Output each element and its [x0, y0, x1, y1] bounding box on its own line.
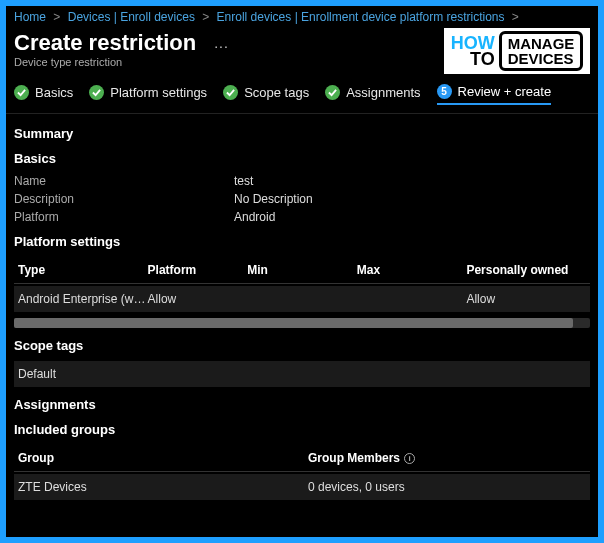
- section-platform-settings: Platform settings: [14, 234, 590, 249]
- logo-how-to: HOW TO: [451, 35, 495, 67]
- basics-description-row: Description No Description: [14, 192, 590, 206]
- breadcrumb-link-restrictions[interactable]: Enroll devices | Enrollment device platf…: [217, 10, 505, 24]
- cell-platform: Allow: [148, 292, 248, 306]
- col-members-label: Group Members: [308, 451, 400, 465]
- tab-assignments[interactable]: Assignments: [325, 85, 420, 104]
- col-group: Group: [18, 451, 308, 465]
- breadcrumb: Home > Devices | Enroll devices > Enroll…: [6, 6, 598, 26]
- section-assignments: Assignments: [14, 397, 590, 412]
- cell-group: ZTE Devices: [18, 480, 308, 494]
- tab-label: Review + create: [458, 84, 552, 99]
- basics-platform-label: Platform: [14, 210, 234, 224]
- platform-table-header: Type Platform Min Max Personally owned: [14, 257, 590, 284]
- check-icon: [89, 85, 104, 100]
- basics-description-label: Description: [14, 192, 234, 206]
- breadcrumb-sep: >: [49, 10, 64, 24]
- col-group-members: Group Members i: [308, 451, 586, 465]
- tab-label: Assignments: [346, 85, 420, 100]
- groups-table-row: ZTE Devices 0 devices, 0 users: [14, 474, 590, 500]
- breadcrumb-link-home[interactable]: Home: [14, 10, 46, 24]
- check-icon: [14, 85, 29, 100]
- check-icon: [325, 85, 340, 100]
- section-scope-tags: Scope tags: [14, 338, 590, 353]
- info-icon[interactable]: i: [404, 453, 415, 464]
- breadcrumb-link-devices[interactable]: Devices | Enroll devices: [68, 10, 195, 24]
- scope-tag-row: Default: [14, 361, 590, 387]
- cell-max: [357, 292, 467, 306]
- groups-table-header: Group Group Members i: [14, 445, 590, 472]
- platform-table-row: Android Enterprise (w… Allow Allow: [14, 286, 590, 312]
- review-content: Summary Basics Name test Description No …: [6, 114, 598, 500]
- cell-group-members: 0 devices, 0 users: [308, 480, 586, 494]
- section-included-groups: Included groups: [14, 422, 590, 437]
- tab-basics[interactable]: Basics: [14, 85, 73, 104]
- basics-description-value: No Description: [234, 192, 313, 206]
- tab-review-create[interactable]: 5 Review + create: [437, 84, 552, 105]
- col-min: Min: [247, 263, 357, 277]
- step-number-icon: 5: [437, 84, 452, 99]
- check-icon: [223, 85, 238, 100]
- wizard-tabs: Basics Platform settings Scope tags Assi…: [6, 78, 598, 114]
- page-title: Create restriction: [14, 30, 196, 56]
- scrollbar-thumb[interactable]: [14, 318, 573, 328]
- tab-label: Basics: [35, 85, 73, 100]
- col-max: Max: [357, 263, 467, 277]
- cell-personally-owned: Allow: [466, 292, 586, 306]
- more-actions-button[interactable]: ···: [214, 38, 229, 54]
- col-type: Type: [18, 263, 148, 277]
- basics-name-label: Name: [14, 174, 234, 188]
- col-platform: Platform: [148, 263, 248, 277]
- tab-scope-tags[interactable]: Scope tags: [223, 85, 309, 104]
- cell-min: [247, 292, 357, 306]
- basics-name-row: Name test: [14, 174, 590, 188]
- tab-label: Platform settings: [110, 85, 207, 100]
- section-basics: Basics: [14, 151, 590, 166]
- tab-platform-settings[interactable]: Platform settings: [89, 85, 207, 104]
- breadcrumb-sep: >: [198, 10, 213, 24]
- brand-logo: HOW TO MANAGE DEVICES: [442, 26, 592, 76]
- logo-manage-devices: MANAGE DEVICES: [499, 31, 584, 71]
- col-personally-owned: Personally owned: [466, 263, 586, 277]
- breadcrumb-sep: >: [508, 10, 523, 24]
- tab-label: Scope tags: [244, 85, 309, 100]
- basics-platform-row: Platform Android: [14, 210, 590, 224]
- cell-type: Android Enterprise (w…: [18, 292, 148, 306]
- basics-name-value: test: [234, 174, 253, 188]
- app-frame: Home > Devices | Enroll devices > Enroll…: [6, 6, 598, 537]
- basics-platform-value: Android: [234, 210, 275, 224]
- horizontal-scrollbar[interactable]: [14, 318, 590, 328]
- section-summary: Summary: [14, 126, 590, 141]
